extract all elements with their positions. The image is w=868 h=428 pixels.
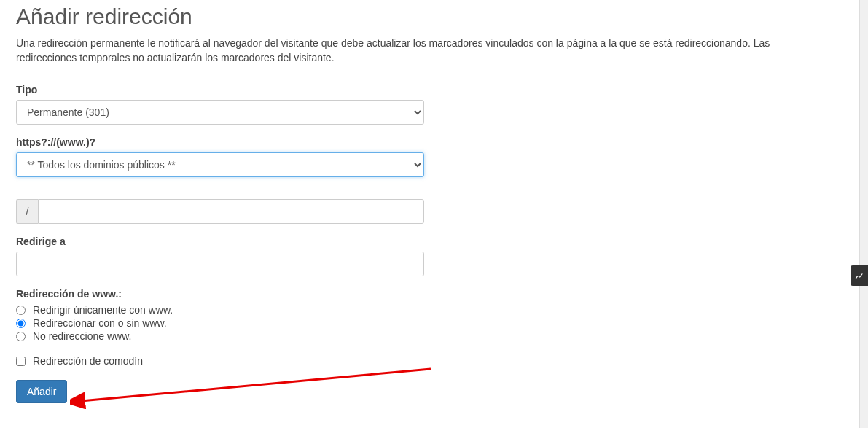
svg-line-1	[81, 369, 431, 401]
wildcard-label: Redirección de comodín	[33, 355, 143, 367]
chart-icon	[854, 271, 864, 281]
www-both-radio[interactable]	[16, 319, 26, 328]
scrollbar-track[interactable]	[859, 0, 868, 428]
page-title: Añadir redirección	[16, 4, 852, 29]
wildcard-checkbox[interactable]	[16, 357, 26, 366]
add-button[interactable]: Añadir	[16, 380, 67, 403]
stats-tab[interactable]	[851, 265, 868, 286]
redirect-to-input[interactable]	[16, 252, 424, 276]
www-only-radio[interactable]	[16, 306, 26, 315]
arrow-annotation	[70, 363, 442, 414]
page-description: Una redirección permanente le notificará…	[16, 36, 818, 65]
type-select[interactable]: Permanente (301)	[16, 100, 424, 125]
www-none-radio[interactable]	[16, 332, 26, 341]
www-none-label: No redireccione www.	[33, 330, 131, 342]
www-both-label: Redireccionar con o sin www.	[33, 317, 167, 329]
path-prefix: /	[16, 199, 38, 224]
domain-label: https?://(www.)?	[16, 136, 852, 148]
path-input[interactable]	[38, 199, 424, 224]
domain-select[interactable]: ** Todos los dominios públicos **	[16, 152, 424, 177]
www-redirect-label: Redirección de www.:	[16, 288, 852, 300]
type-label: Tipo	[16, 84, 852, 96]
redirect-to-label: Redirige a	[16, 236, 852, 247]
www-only-label: Redirigir únicamente con www.	[33, 304, 173, 316]
